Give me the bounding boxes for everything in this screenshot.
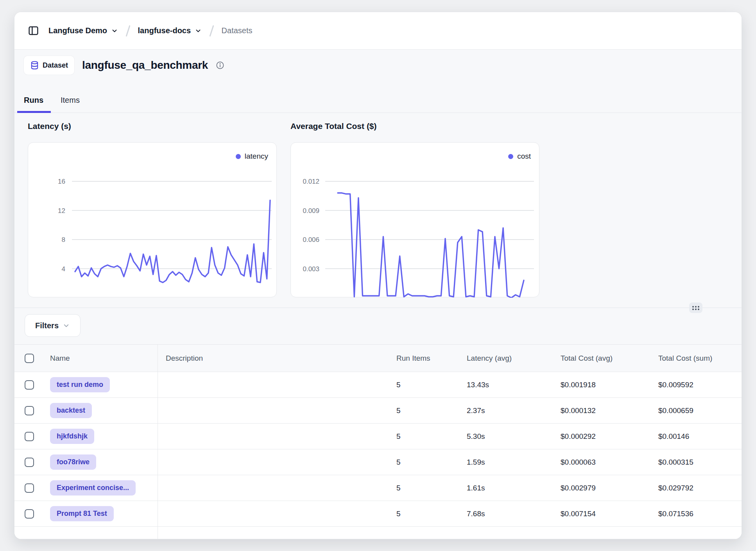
legend-label: cost bbox=[517, 152, 531, 161]
cost-chart: 0.0120.0090.0060.003 cost bbox=[290, 142, 539, 297]
column-header-description[interactable]: Description bbox=[158, 354, 389, 363]
table-header-row: Name Description Run Items Latency (avg)… bbox=[14, 345, 742, 372]
breadcrumb-project-label: langfuse-docs bbox=[138, 26, 191, 35]
run-latency-avg: 7.68s bbox=[459, 510, 553, 518]
run-latency-avg: 1.61s bbox=[459, 484, 553, 492]
svg-text:0.006: 0.006 bbox=[303, 236, 319, 243]
breadcrumb-separator-icon bbox=[125, 25, 130, 36]
run-total-cost-sum: $0.009592 bbox=[650, 381, 742, 389]
table-row: Experiment concise... 5 1.61s $0.002979 … bbox=[14, 475, 742, 501]
row-checkbox[interactable] bbox=[25, 509, 34, 519]
dataset-type-badge: Dataset bbox=[24, 56, 74, 75]
legend-label: latency bbox=[245, 152, 268, 161]
breadcrumb: Langfuse Demo langfuse-docs Datasets bbox=[14, 12, 742, 50]
table-row: hjkfdshjk 5 5.30s $0.000292 $0.00146 bbox=[14, 424, 742, 449]
chevron-down-icon bbox=[111, 27, 118, 34]
run-items-count: 5 bbox=[389, 406, 459, 415]
runs-table: Name Description Run Items Latency (avg)… bbox=[14, 344, 742, 539]
column-header-latency-avg[interactable]: Latency (avg) bbox=[459, 354, 553, 363]
run-items-count: 5 bbox=[389, 432, 459, 441]
svg-text:8: 8 bbox=[62, 236, 65, 243]
legend-dot-icon bbox=[236, 154, 241, 159]
run-total-cost-avg: $0.000132 bbox=[553, 406, 650, 415]
row-checkbox[interactable] bbox=[25, 458, 34, 467]
run-total-cost-sum: $0.071536 bbox=[650, 510, 742, 518]
run-total-cost-sum: $0.000315 bbox=[650, 458, 742, 467]
table-row: foo78riwe 5 1.59s $0.000063 $0.000315 bbox=[14, 449, 742, 475]
tab-items[interactable]: Items bbox=[61, 96, 80, 113]
latency-chart-block: Latency (s) 161284 latency bbox=[28, 122, 277, 297]
cost-legend: cost bbox=[508, 152, 531, 161]
run-latency-avg: 5.30s bbox=[459, 432, 553, 441]
dataset-header: Dataset langfuse_qa_benchmark bbox=[14, 56, 742, 75]
latency-chart-title: Latency (s) bbox=[28, 122, 277, 133]
svg-text:16: 16 bbox=[58, 178, 65, 185]
breadcrumb-section[interactable]: Datasets bbox=[222, 26, 253, 35]
run-name-badge[interactable]: Experiment concise... bbox=[50, 480, 136, 496]
run-items-count: 5 bbox=[389, 510, 459, 518]
svg-text:0.003: 0.003 bbox=[303, 265, 319, 273]
run-name-badge[interactable]: hjkfdshjk bbox=[50, 429, 94, 444]
sidebar-toggle-icon[interactable] bbox=[28, 25, 39, 36]
column-header-total-cost-sum[interactable]: Total Cost (sum) bbox=[650, 354, 742, 363]
filters-row: Filters bbox=[14, 314, 742, 337]
column-header-name[interactable]: Name bbox=[39, 345, 158, 372]
info-icon[interactable] bbox=[216, 61, 224, 70]
run-items-count: 5 bbox=[389, 484, 459, 492]
run-total-cost-avg: $0.002979 bbox=[553, 484, 650, 492]
run-name-badge[interactable]: test run demo bbox=[50, 377, 110, 392]
run-name-badge[interactable]: Prompt 81 Test bbox=[50, 506, 114, 521]
breadcrumb-project[interactable]: langfuse-docs bbox=[138, 26, 202, 35]
breadcrumb-org-label: Langfuse Demo bbox=[48, 26, 107, 35]
cost-chart-title: Average Total Cost ($) bbox=[290, 122, 539, 133]
select-all-checkbox[interactable] bbox=[25, 354, 34, 363]
run-latency-avg: 13.43s bbox=[459, 381, 553, 389]
run-total-cost-avg: $0.000063 bbox=[553, 458, 650, 467]
table-row: Prompt 81 Test 5 7.68s $0.007154 $0.0715… bbox=[14, 501, 742, 527]
resize-grip-icon[interactable] bbox=[689, 302, 702, 313]
section-divider bbox=[14, 308, 742, 308]
svg-text:0.009: 0.009 bbox=[303, 207, 319, 215]
filters-button[interactable]: Filters bbox=[25, 314, 81, 337]
table-body: test run demo 5 13.43s $0.001918 $0.0095… bbox=[14, 372, 742, 527]
latency-chart: 161284 latency bbox=[28, 142, 277, 297]
row-checkbox[interactable] bbox=[25, 432, 34, 441]
run-total-cost-avg: $0.001918 bbox=[553, 381, 650, 389]
chevron-down-icon bbox=[195, 27, 202, 34]
tab-runs[interactable]: Runs bbox=[24, 96, 43, 113]
run-total-cost-sum: $0.029792 bbox=[650, 484, 742, 492]
table-row-partial bbox=[14, 527, 742, 539]
dataset-badge-label: Dataset bbox=[43, 61, 68, 70]
legend-dot-icon bbox=[508, 154, 513, 159]
breadcrumb-org[interactable]: Langfuse Demo bbox=[48, 26, 118, 35]
page-content: Dataset langfuse_qa_benchmark Runs Items… bbox=[14, 50, 742, 539]
row-checkbox[interactable] bbox=[25, 406, 34, 415]
run-total-cost-sum: $0.00146 bbox=[650, 432, 742, 441]
column-header-run-items[interactable]: Run Items bbox=[389, 354, 459, 363]
run-latency-avg: 1.59s bbox=[459, 458, 553, 467]
run-name-badge[interactable]: backtest bbox=[50, 403, 92, 418]
run-items-count: 5 bbox=[389, 458, 459, 467]
table-row: backtest 5 2.37s $0.000132 $0.000659 bbox=[14, 398, 742, 424]
run-total-cost-sum: $0.000659 bbox=[650, 406, 742, 415]
table-row: test run demo 5 13.43s $0.001918 $0.0095… bbox=[14, 372, 742, 398]
run-items-count: 5 bbox=[389, 381, 459, 389]
tab-bar: Runs Items bbox=[14, 84, 742, 113]
svg-text:4: 4 bbox=[62, 265, 65, 273]
svg-text:12: 12 bbox=[58, 207, 65, 215]
column-header-total-cost-avg[interactable]: Total Cost (avg) bbox=[553, 354, 650, 363]
main-card: Langfuse Demo langfuse-docs Datasets Dat… bbox=[14, 12, 742, 539]
run-total-cost-avg: $0.000292 bbox=[553, 432, 650, 441]
page-title: langfuse_qa_benchmark bbox=[82, 59, 208, 72]
cost-chart-block: Average Total Cost ($) 0.0120.0090.0060.… bbox=[290, 122, 539, 297]
row-checkbox[interactable] bbox=[25, 380, 34, 390]
filters-button-label: Filters bbox=[35, 321, 59, 330]
charts-row: Latency (s) 161284 latency Average Total… bbox=[14, 122, 742, 297]
run-name-badge[interactable]: foo78riwe bbox=[50, 454, 96, 470]
chevron-down-icon bbox=[63, 322, 70, 329]
breadcrumb-separator-icon bbox=[210, 25, 214, 36]
row-checkbox[interactable] bbox=[25, 483, 34, 493]
run-latency-avg: 2.37s bbox=[459, 406, 553, 415]
latency-legend: latency bbox=[236, 152, 268, 161]
run-total-cost-avg: $0.007154 bbox=[553, 510, 650, 518]
